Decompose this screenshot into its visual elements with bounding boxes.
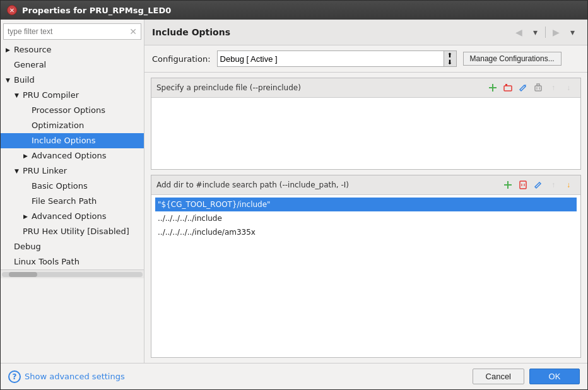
sidebar-item-label: Processor Options <box>32 104 105 117</box>
filter-input[interactable] <box>8 27 129 36</box>
dialog-footer: ? Show advanced settings Cancel OK <box>1 363 587 389</box>
include-edit-button[interactable] <box>531 178 545 192</box>
arrow-icon: ▶ <box>23 150 30 162</box>
help-icon[interactable]: ? <box>8 370 21 383</box>
preinclude-add-ws-button[interactable] <box>501 81 515 95</box>
sidebar-item-pru-compiler[interactable]: ▼ PRU Compiler <box>1 88 144 103</box>
sidebar-item-label: Linux Tools Path <box>14 256 79 268</box>
sidebar-item-advanced-options-linker[interactable]: ▶ Advanced Options <box>1 209 144 224</box>
include-delete-button[interactable] <box>516 178 530 192</box>
sidebar-item-include-options[interactable]: Include Options <box>1 133 144 148</box>
include-add-button[interactable] <box>501 178 515 192</box>
main-header: Include Options ◀ ▾ ▶ ▾ <box>144 20 587 45</box>
sidebar-item-build[interactable]: ▼ Build <box>1 73 144 88</box>
cancel-button[interactable]: Cancel <box>473 369 524 384</box>
sidebar-item-label: Basic Options <box>32 180 88 192</box>
forward-dropdown-button[interactable]: ▾ <box>565 25 580 40</box>
manage-configurations-button[interactable]: Manage Configurations... <box>463 52 562 66</box>
sidebar-item-label: PRU Hex Utility [Disabled] <box>23 225 129 238</box>
toolbar-separator <box>545 27 546 38</box>
preinclude-edit-button[interactable] <box>516 81 530 95</box>
sidebar-item-processor-options[interactable]: Processor Options <box>1 103 144 118</box>
preinclude-content <box>151 98 580 169</box>
path-item-0[interactable]: "${CG_TOOL_ROOT}/include" <box>155 198 577 211</box>
filter-clear-icon[interactable]: ✕ <box>129 27 137 37</box>
svg-rect-4 <box>535 86 541 91</box>
sidebar-item-label: Resource <box>14 44 52 56</box>
include-path-section-header: Add dir to #include search path (--inclu… <box>151 175 580 195</box>
svg-rect-9 <box>504 184 512 186</box>
sidebar-item-label: Advanced Options <box>32 150 107 162</box>
svg-rect-3 <box>505 84 507 86</box>
window-title: Properties for PRU_RPMsg_LED0 <box>22 6 171 15</box>
include-path-content: "${CG_TOOL_ROOT}/include" ../../../../..… <box>151 195 580 357</box>
sidebar-item-advanced-options-compiler[interactable]: ▶ Advanced Options <box>1 148 144 163</box>
sidebar-item-debug[interactable]: Debug <box>1 239 144 254</box>
preinclude-section: Specify a preinclude file (--preinclude) <box>151 78 581 170</box>
arrow-icon: ▶ <box>6 44 12 56</box>
sidebar-item-linux-tools-path[interactable]: Linux Tools Path <box>1 254 144 269</box>
svg-rect-2 <box>504 86 512 91</box>
arrow-icon: ▼ <box>6 74 12 86</box>
include-path-section-label: Add dir to #include search path (--inclu… <box>156 180 349 189</box>
sidebar-item-resource[interactable]: ▶ Resource <box>1 42 144 57</box>
preinclude-delete-button[interactable] <box>531 81 545 95</box>
filter-bar: ✕ <box>3 23 141 40</box>
preinclude-section-label: Specify a preinclude file (--preinclude) <box>156 83 301 92</box>
config-select[interactable] <box>218 53 444 65</box>
svg-rect-5 <box>537 84 539 86</box>
main-panel: Include Options ◀ ▾ ▶ ▾ Configuration: ⬆… <box>144 20 587 363</box>
close-button[interactable]: ✕ <box>7 5 17 15</box>
sidebar-item-optimization[interactable]: Optimization <box>1 118 144 133</box>
horizontal-scrollbar[interactable] <box>1 269 144 278</box>
svg-rect-1 <box>489 87 497 88</box>
back-button[interactable]: ◀ <box>511 25 526 40</box>
include-down-button[interactable]: ↓ <box>562 178 575 192</box>
arrow-icon: ▼ <box>15 165 21 177</box>
sidebar: ✕ ▶ Resource General ▼ Build ▼ PRU Compi… <box>1 20 144 363</box>
sidebar-item-pru-hex-utility[interactable]: PRU Hex Utility [Disabled] <box>1 224 144 239</box>
back-dropdown-button[interactable]: ▾ <box>527 25 543 40</box>
content-area: Specify a preinclude file (--preinclude) <box>144 73 587 363</box>
include-path-toolbar: ↑ ↓ <box>501 178 575 192</box>
preinclude-section-header: Specify a preinclude file (--preinclude) <box>151 78 580 98</box>
include-up-button[interactable]: ↑ <box>546 178 560 192</box>
forward-button[interactable]: ▶ <box>548 25 563 40</box>
path-item-2[interactable]: ../../../../../include/am335x <box>155 225 577 239</box>
arrow-icon: ▶ <box>23 210 30 223</box>
header-toolbar: ◀ ▾ ▶ ▾ <box>511 25 580 40</box>
title-bar: ✕ Properties for PRU_RPMsg_LED0 <box>1 1 587 20</box>
sidebar-item-label: Build <box>14 74 35 86</box>
dialog-body: ✕ ▶ Resource General ▼ Build ▼ PRU Compi… <box>1 20 587 363</box>
scrollbar-track <box>2 272 143 277</box>
path-item-1[interactable]: ../../../../../include <box>155 211 577 225</box>
preinclude-down-button[interactable]: ↓ <box>562 81 575 95</box>
sidebar-item-label: General <box>14 59 46 71</box>
sidebar-item-label: File Search Path <box>32 195 97 208</box>
preinclude-add-button[interactable] <box>486 81 500 95</box>
sidebar-item-label: Advanced Options <box>32 210 107 223</box>
config-label: Configuration: <box>152 54 211 64</box>
config-dropdown-arrow[interactable]: ⬆⬇ <box>444 51 456 66</box>
sidebar-item-label: PRU Compiler <box>23 89 79 102</box>
sidebar-item-pru-linker[interactable]: ▼ PRU Linker <box>1 163 144 179</box>
show-advanced-link[interactable]: Show advanced settings <box>25 372 125 381</box>
preinclude-toolbar: ↑ ↓ <box>486 81 575 95</box>
config-row: Configuration: ⬆⬇ Manage Configurations.… <box>144 45 587 73</box>
config-select-wrap: ⬆⬇ <box>217 50 457 67</box>
footer-left: ? Show advanced settings <box>8 370 125 383</box>
include-path-section: Add dir to #include search path (--inclu… <box>151 175 581 358</box>
svg-rect-10 <box>520 181 526 189</box>
properties-dialog: ✕ Properties for PRU_RPMsg_LED0 ✕ ▶ Reso… <box>0 0 588 390</box>
footer-buttons: Cancel OK <box>473 369 580 384</box>
sidebar-item-file-search-path[interactable]: File Search Path <box>1 194 144 209</box>
preinclude-up-button[interactable]: ↑ <box>546 81 560 95</box>
sidebar-item-label: Include Options <box>32 134 96 147</box>
sidebar-item-label: Debug <box>14 240 41 253</box>
ok-button[interactable]: OK <box>529 369 580 384</box>
page-title: Include Options <box>152 27 230 37</box>
sidebar-item-general[interactable]: General <box>1 57 144 73</box>
scrollbar-thumb <box>9 272 37 277</box>
sidebar-item-basic-options[interactable]: Basic Options <box>1 179 144 194</box>
arrow-icon: ▼ <box>15 89 21 102</box>
